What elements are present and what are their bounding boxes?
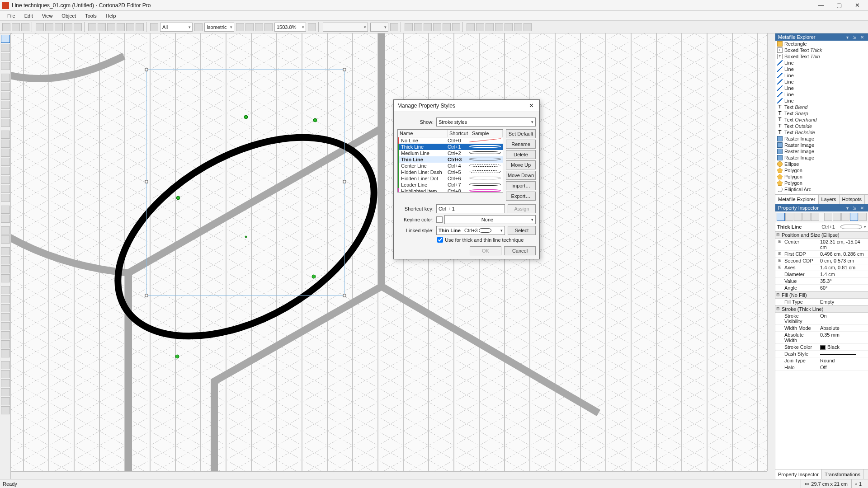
style-row[interactable]: Thin LineCtrl+3: [398, 156, 503, 163]
dlg-deletebutton[interactable]: Delete: [506, 150, 536, 159]
pen-tool-icon[interactable]: [1, 235, 10, 244]
pi-halo-icon[interactable]: [811, 213, 819, 221]
layer-filter-dropdown[interactable]: All: [160, 23, 193, 32]
cancel-button[interactable]: Cancel: [504, 246, 536, 255]
shape-tool-icon[interactable]: [1, 62, 10, 70]
pi-text-icon[interactable]: [794, 213, 802, 221]
dlg-move-upbutton[interactable]: Move Up: [506, 160, 536, 169]
property-row[interactable]: Value35.3°: [775, 278, 868, 285]
dlg-renamebutton[interactable]: Rename: [506, 140, 536, 149]
property-inspector-header[interactable]: Property Inspector ▾ ⇲ ✕: [775, 204, 868, 211]
pan-tool-icon[interactable]: [1, 397, 10, 405]
underline-icon[interactable]: [424, 23, 432, 31]
new-icon[interactable]: [2, 23, 10, 31]
group-icon[interactable]: [107, 23, 115, 31]
tree-item[interactable]: Line: [775, 85, 868, 91]
property-group[interactable]: Fill (No Fill): [775, 291, 868, 299]
tree-item[interactable]: Line: [775, 91, 868, 98]
maximize-button[interactable]: ▢: [830, 0, 848, 11]
style-row[interactable]: Leader LineCtrl+7: [398, 182, 503, 188]
tab-hotspots[interactable]: Hotspots: [840, 195, 865, 204]
node-tool-icon[interactable]: [1, 53, 10, 61]
pi-group-icon[interactable]: [824, 213, 832, 221]
align-bottom-icon[interactable]: [514, 23, 522, 31]
curve-tool-icon[interactable]: [1, 92, 10, 100]
style-row[interactable]: Medium LineCtrl+2: [398, 150, 503, 156]
shortcut-input[interactable]: [436, 204, 505, 213]
roundrect-tool-icon[interactable]: [1, 149, 10, 157]
align-mid-icon[interactable]: [505, 23, 513, 31]
redo-icon[interactable]: [74, 23, 82, 31]
paint-tool-icon[interactable]: [1, 370, 10, 378]
angle-tool-icon[interactable]: [1, 313, 10, 321]
linked-style-dropdown[interactable]: Thin Line Ctrl+3: [436, 226, 505, 235]
save-icon[interactable]: [21, 23, 29, 31]
select-button[interactable]: Select: [508, 226, 536, 235]
unlink-tool-icon[interactable]: [1, 256, 10, 264]
tree-item[interactable]: TText Blend: [775, 104, 868, 110]
tree-item[interactable]: Raster Image: [775, 155, 868, 161]
arc2-tool-icon[interactable]: [1, 176, 10, 184]
style-row[interactable]: Thick LineCtrl+1: [398, 144, 503, 150]
property-row[interactable]: Stroke ColorBlack: [775, 344, 868, 351]
pi-fill-icon[interactable]: [785, 213, 793, 221]
property-row[interactable]: Width ModeAbsolute: [775, 325, 868, 332]
ellipse2-tool-icon[interactable]: [1, 167, 10, 175]
dlg-move-downbutton[interactable]: Move Down: [506, 171, 536, 180]
zoom-out-icon[interactable]: [245, 23, 254, 31]
projection-dropdown[interactable]: Isometric: [204, 23, 234, 32]
grid-tool-icon[interactable]: [1, 340, 10, 348]
property-row[interactable]: Stroke VisibilityOn: [775, 313, 868, 325]
align-icon[interactable]: [88, 23, 96, 31]
tree-item[interactable]: Line: [775, 60, 868, 66]
pi-more-icon[interactable]: [802, 213, 811, 221]
property-row[interactable]: Second CDP0 cm, 0.573 cm: [775, 258, 868, 264]
break-tool-icon[interactable]: [1, 274, 10, 282]
pie-tool-icon[interactable]: [1, 185, 10, 193]
property-row[interactable]: First CDP0.496 cm, 0.286 cm: [775, 251, 868, 258]
copy-icon[interactable]: [45, 23, 53, 31]
menu-view[interactable]: View: [38, 12, 57, 20]
canvas-scrollbar-vertical[interactable]: [767, 33, 775, 471]
select-tool-icon[interactable]: [1, 406, 10, 414]
paste-icon[interactable]: [55, 23, 63, 31]
undo-icon[interactable]: [64, 23, 72, 31]
open-icon[interactable]: [12, 23, 20, 31]
align-right-icon[interactable]: [486, 23, 494, 31]
arc-tool-icon[interactable]: [1, 110, 10, 118]
link-tool-icon[interactable]: [1, 247, 10, 255]
minimize-button[interactable]: —: [812, 0, 830, 11]
style-dropdown-2[interactable]: [370, 23, 388, 32]
link2-tool-icon[interactable]: [1, 265, 10, 273]
menu-object[interactable]: Object: [57, 12, 80, 20]
property-row[interactable]: Center102.31 cm, -15.04 cm: [775, 239, 868, 251]
tree-item[interactable]: Line: [775, 79, 868, 85]
menu-help[interactable]: Help: [101, 12, 121, 20]
tree-item[interactable]: Raster Image: [775, 148, 868, 155]
tree-item[interactable]: Raster Image: [775, 136, 868, 142]
keyline-dropdown[interactable]: None: [444, 215, 536, 224]
cut-icon[interactable]: [36, 23, 44, 31]
tab-property-inspector[interactable]: Property Inspector: [775, 469, 822, 479]
eyedrop-tool-icon[interactable]: [1, 361, 10, 369]
text-color-icon[interactable]: [443, 23, 451, 31]
tree-item[interactable]: Polygon: [775, 180, 868, 186]
tree-item[interactable]: Line: [775, 66, 868, 72]
menu-tools[interactable]: Tools: [80, 12, 101, 20]
zoom-fit-icon[interactable]: [255, 23, 263, 31]
pane-controls-2[interactable]: ▾ ⇲ ✕: [846, 206, 865, 211]
tree-item[interactable]: Rectangle: [775, 41, 868, 47]
layer-icon[interactable]: [150, 23, 158, 31]
tree-item[interactable]: Polygon: [775, 167, 868, 174]
pane-controls[interactable]: ▾ ⇲ ✕: [846, 35, 865, 40]
style-row[interactable]: No LineCtrl+0: [398, 137, 503, 144]
text-tool-icon[interactable]: [1, 206, 10, 214]
menu-edit[interactable]: Edit: [20, 12, 38, 20]
highlight-icon[interactable]: [452, 23, 460, 31]
rotate-icon[interactable]: [126, 23, 134, 31]
property-row[interactable]: Diameter1.4 cm: [775, 271, 868, 278]
style-dropdown-1[interactable]: [323, 23, 368, 32]
property-row[interactable]: HaloOff: [775, 364, 868, 371]
leader-tool-icon[interactable]: [1, 322, 10, 330]
thick-thin-checkbox[interactable]: Use for thick and thin line technique: [437, 237, 536, 243]
